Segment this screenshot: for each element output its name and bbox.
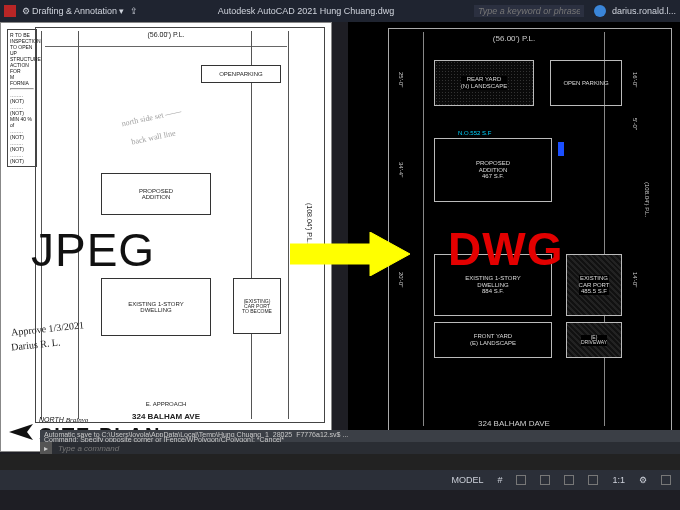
snap-icon (516, 475, 526, 485)
dim-a: 25'-0" (398, 72, 404, 87)
dim-c: 16'-0" (632, 72, 638, 87)
existing-dwelling-box: EXISTING 1-STORY DWELLING (101, 278, 211, 336)
workspace-gear[interactable]: ⚙ (636, 475, 650, 485)
annotation-scale[interactable]: 1:1 (609, 475, 628, 485)
share-icon[interactable]: ⇪ (130, 6, 138, 16)
cyan-annotation: N.O.552 S.F (458, 130, 491, 136)
rear-yard-box: REAR YARD (N) LANDSCAPE (434, 60, 534, 106)
menu-icon (661, 475, 671, 485)
dim-f: 20'-0" (398, 272, 404, 287)
dwg-overlay-text: DWG (448, 222, 563, 276)
command-prompt-icon[interactable]: ▸ (40, 442, 52, 454)
help-search-input[interactable] (474, 5, 584, 17)
snap-toggle[interactable] (513, 475, 529, 485)
scan-notes-box: R TO BE INSPECTION TO OPEN UP STRUCTURE … (7, 29, 37, 167)
command-log-line: Command: Specify opposite corner or [Fen… (40, 435, 680, 442)
jpeg-scan-image: R TO BE INSPECTION TO OPEN UP STRUCTURE … (0, 22, 332, 452)
e-approach-label: E. APPROACH (1, 401, 331, 407)
model-space-button[interactable]: MODEL (448, 475, 486, 485)
carport-box-r: EXISTING CAR PORT 485.5 S.F (566, 254, 622, 316)
polar-icon (564, 475, 574, 485)
workspace-switcher[interactable]: ⚙ Drafting & Annotation ▾ ⇪ (22, 6, 138, 16)
osnap-toggle[interactable] (585, 475, 601, 485)
app-title: Autodesk AutoCAD 2021 Hung Chuang.dwg (144, 6, 468, 16)
command-input[interactable] (54, 444, 680, 453)
signin-icon[interactable] (594, 5, 606, 17)
svg-marker-0 (9, 424, 33, 440)
title-bar: ⚙ Drafting & Annotation ▾ ⇪ Autodesk Aut… (0, 0, 680, 22)
drawing-area[interactable]: R TO BE INSPECTION TO OPEN UP STRUCTURE … (0, 22, 680, 454)
gear-icon: ⚙ (22, 6, 30, 16)
gear-icon: ⚙ (639, 475, 647, 485)
driveway-box-r: (E) DRIVEWAY (566, 322, 622, 358)
ortho-toggle[interactable] (537, 475, 553, 485)
user-name[interactable]: darius.ronald.l... (612, 6, 676, 16)
status-bar: MODEL # 1:1 ⚙ (0, 470, 680, 490)
ortho-icon (540, 475, 550, 485)
proposed-addition-box: PROPOSED ADDITION (101, 173, 211, 215)
layout-tabs-row[interactable] (0, 454, 680, 470)
dwg-viewport[interactable]: (56.00') P.L. REAR YARD (N) LANDSCAPE OP… (348, 22, 680, 452)
front-yard-box-r: FRONT YARD (E) LANDSCAPE (434, 322, 552, 358)
chevron-down-icon: ▾ (119, 6, 124, 16)
carport-box: (EXISTING) CAR PORT TO BECOME (233, 278, 281, 334)
grid-toggle[interactable]: # (494, 475, 505, 485)
pl-side-label-left: (108.04') P.L. (306, 203, 313, 244)
north-arrow-icon (9, 422, 35, 442)
pl-side-label-r: (108.04') P.L. (644, 182, 650, 217)
autocad-logo-icon (4, 5, 16, 17)
street-label-right: 324 BALHAM DAVE (348, 419, 680, 428)
dim-d: 5'-0" (632, 118, 638, 130)
grid-icon: # (497, 475, 502, 485)
customize-button[interactable] (658, 475, 674, 485)
open-parking-box-r: OPEN PARKING (550, 60, 622, 106)
jpeg-overlay-text: JPEG (31, 223, 155, 277)
open-parking-box: OPENPARKING (201, 65, 281, 83)
dim-b: 34'-4" (398, 162, 404, 177)
polar-toggle[interactable] (561, 475, 577, 485)
osnap-icon (588, 475, 598, 485)
dim-e: 14'-0" (632, 272, 638, 287)
blue-arrow-marker (558, 142, 564, 156)
workspace-label: Drafting & Annotation (32, 6, 117, 16)
command-line-panel: Automatic save to C:\Users\loyola\AppDat… (40, 430, 680, 454)
proposed-addition-box-r: PROPOSED ADDITION 467 S.F. (434, 138, 552, 202)
